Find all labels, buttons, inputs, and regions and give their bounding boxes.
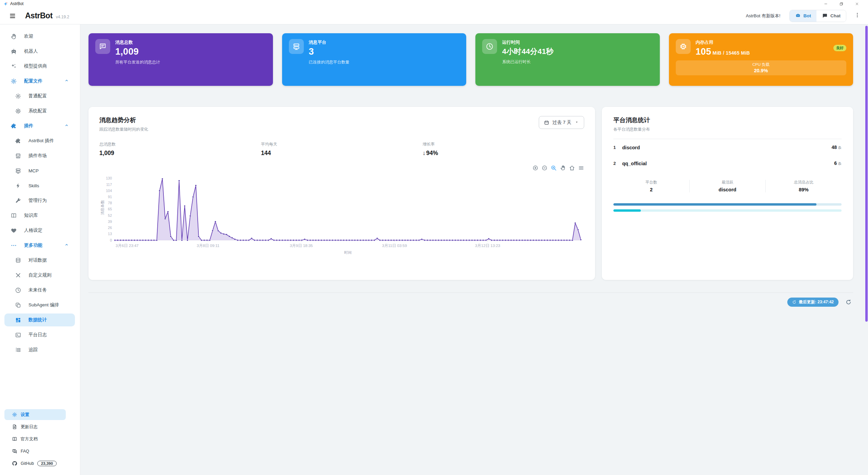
main-content: 消息总数1,009所有平台发送的消息总计消息平台3已连接的消息平台数量运行时间4…: [80, 24, 868, 475]
sidebar-footer-item-FAQ[interactable]: FAQ: [0, 445, 80, 457]
refresh-icon: [792, 300, 796, 304]
store-icon: [14, 152, 22, 160]
sidebar-item-知识库[interactable]: 知识库: [0, 208, 80, 223]
trend-panel-subtitle: 跟踪消息数量随时间的变化: [99, 127, 148, 132]
sidebar-item-更多功能[interactable]: 更多功能: [0, 238, 80, 253]
sidebar-item-插件[interactable]: 插件: [0, 118, 80, 133]
sidebar-item-插件市场[interactable]: 插件市场: [0, 148, 80, 163]
sidebar-footer-item-GitHub[interactable]: GitHub23,390: [0, 457, 80, 470]
trend-chart[interactable]: 130117104917865523926130消息条数3月6日 23:473月…: [99, 172, 584, 259]
sidebar-footer-item-官方文档[interactable]: 官方文档: [0, 433, 80, 445]
stat-card-3: 内存占用105MiB / 15465 MiB良好CPU 负载20.9%: [669, 33, 853, 86]
sidebar-item-Skills[interactable]: Skills: [0, 178, 80, 193]
gear2-icon: [14, 107, 22, 115]
svg-text:39: 39: [108, 220, 112, 224]
stat-cards-row: 消息总数1,009所有平台发送的消息总计消息平台3已连接的消息平台数量运行时间4…: [88, 33, 853, 86]
sidebar-item-模型提供商[interactable]: 模型提供商: [0, 59, 80, 74]
svg-text:时间: 时间: [344, 250, 352, 254]
clock-icon: [14, 286, 22, 294]
trend-stat-2: 增长率↓94%: [422, 141, 584, 157]
bot-icon: [795, 13, 801, 19]
terminal-icon: [14, 331, 22, 339]
sidebar-nav: 欢迎机器人模型提供商配置文件普通配置系统配置插件AstrBot 插件插件市场MC…: [0, 29, 80, 357]
close-button[interactable]: [849, 0, 865, 7]
svg-text:65: 65: [108, 207, 112, 211]
reset-view-icon[interactable]: [569, 165, 575, 171]
maximize-button[interactable]: [833, 0, 849, 7]
clock-icon: [482, 39, 497, 54]
svg-text:3月8日 09:11: 3月8日 09:11: [197, 244, 219, 248]
github-star-badge: 23,390: [37, 461, 57, 466]
trace-icon: [14, 346, 22, 354]
chart-menu-icon[interactable]: [578, 165, 584, 171]
chevron-up-icon: [64, 78, 69, 84]
chart-toolbar: [99, 165, 584, 171]
sidebar-item-自定义规则[interactable]: 自定义规则: [0, 268, 80, 283]
sidebar-item-平台日志[interactable]: 平台日志: [0, 327, 80, 342]
sidebar-item-配置文件[interactable]: 配置文件: [0, 74, 80, 89]
divider: [88, 292, 853, 293]
svg-text:26: 26: [108, 226, 112, 230]
platform-panel-title: 平台消息统计: [613, 116, 650, 124]
faq-icon: [12, 448, 18, 454]
pan-icon[interactable]: [560, 165, 566, 171]
github-icon: [12, 460, 18, 467]
tools-icon: [14, 271, 22, 279]
zoom-in-icon[interactable]: [532, 165, 538, 171]
app-icon: [3, 2, 8, 6]
sidebar-footer-item-更新日志[interactable]: 更新日志: [0, 421, 80, 433]
sidebar-item-管理行为[interactable]: 管理行为: [0, 193, 80, 208]
book-icon: [12, 436, 18, 442]
sidebar-item-普通配置[interactable]: 普通配置: [0, 89, 80, 103]
svg-text:3月6日 23:47: 3月6日 23:47: [116, 244, 139, 248]
sidebar-item-系统配置[interactable]: 系统配置: [0, 103, 80, 118]
sidebar-item-SubAgent-编排[interactable]: SubAgent 编排: [0, 298, 80, 312]
sidebar-footer-item-设置[interactable]: 设置: [0, 408, 80, 421]
tab-bot[interactable]: Bot: [790, 10, 817, 22]
scrollbar[interactable]: [865, 26, 868, 322]
zoom-out-icon[interactable]: [541, 165, 548, 171]
sidebar-item-数据统计[interactable]: 数据统计: [0, 312, 80, 327]
sidebar-item-AstrBot-插件[interactable]: AstrBot 插件: [0, 133, 80, 148]
date-range-selector[interactable]: 过去 7 天: [539, 116, 584, 129]
svg-text:130: 130: [106, 176, 112, 180]
app-version: v4.19.2: [56, 15, 69, 19]
cpu-load-box: CPU 负载20.9%: [676, 60, 847, 75]
chat-icon: [822, 13, 828, 19]
trend-stats-row: 总消息数1,009平均每天144增长率↓94%: [99, 141, 584, 157]
book-icon: [9, 211, 18, 220]
svg-text:消息条数: 消息条数: [100, 200, 104, 215]
sidebar-item-追踪[interactable]: 追踪: [0, 342, 80, 357]
cpu-icon: [676, 39, 691, 54]
tab-chat[interactable]: Chat: [816, 10, 846, 22]
sidebar-item-MCP[interactable]: MCP: [0, 163, 80, 178]
more-options-icon[interactable]: [854, 12, 861, 19]
trend-stat-1: 平均每天144: [261, 141, 423, 157]
sidebar-item-未来任务[interactable]: 未来任务: [0, 283, 80, 298]
server-icon: [289, 39, 304, 54]
stat-card-2: 运行时间4小时44分41秒系统已运行时长: [475, 33, 660, 86]
app-header: AstrBot v4.19.2 AstrBot 有新版本! Bot Chat: [0, 7, 868, 24]
platform-bar-1: [613, 209, 842, 212]
robot-icon: [9, 47, 18, 55]
platform-summary-2: 总消息占比89%: [765, 180, 842, 192]
platform-row-qq_official: 2qq_official6条: [613, 156, 842, 171]
svg-text:104: 104: [106, 189, 112, 193]
health-badge: 良好: [833, 45, 846, 51]
platform-row-discord: 1discord48条: [613, 140, 842, 155]
sidebar-item-欢迎[interactable]: 欢迎: [0, 29, 80, 44]
sparkles-icon: [9, 62, 18, 70]
platform-panel-subtitle: 各平台消息数量分布: [613, 127, 650, 132]
menu-toggle-icon[interactable]: [9, 12, 18, 20]
refresh-button[interactable]: [845, 299, 852, 305]
minimize-button[interactable]: [818, 0, 833, 7]
box-zoom-icon[interactable]: [551, 165, 557, 171]
platform-list: 1discord48条2qq_official6条: [613, 140, 842, 171]
sidebar-item-机器人[interactable]: 机器人: [0, 44, 80, 59]
svg-text:0: 0: [110, 238, 112, 242]
sidebar-item-对话数据[interactable]: 对话数据: [0, 253, 80, 268]
sidebar-item-人格设定[interactable]: 人格设定: [0, 223, 80, 238]
gear-icon: [14, 92, 22, 100]
last-update-badge: 最后更新: 23:47:42: [787, 298, 839, 307]
sidebar: 欢迎机器人模型提供商配置文件普通配置系统配置插件AstrBot 插件插件市场MC…: [0, 24, 80, 475]
